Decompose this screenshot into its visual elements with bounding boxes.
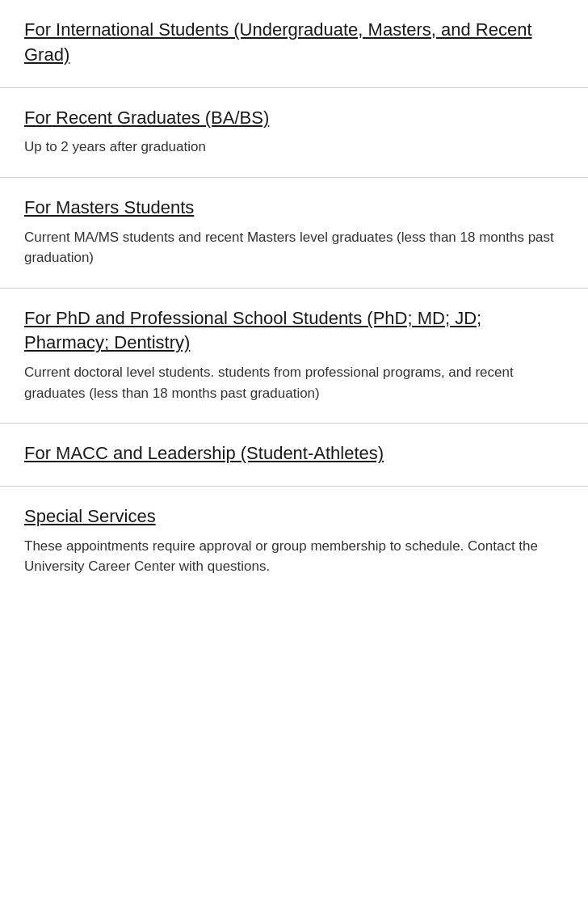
list-item-masters-students: For Masters StudentsCurrent MA/MS studen…	[0, 178, 588, 289]
item-title-phd-professional[interactable]: For PhD and Professional School Students…	[24, 308, 481, 353]
list-item-special-services: Special ServicesThese appointments requi…	[0, 487, 588, 597]
list-item-international-students: For International Students (Undergraduat…	[0, 0, 588, 88]
item-description-masters-students: Current MA/MS students and recent Master…	[24, 227, 564, 268]
list-item-macc-leadership: For MACC and Leadership (Student-Athlete…	[0, 424, 588, 487]
item-title-macc-leadership[interactable]: For MACC and Leadership (Student-Athlete…	[24, 443, 384, 463]
item-description-recent-graduates: Up to 2 years after graduation	[24, 137, 564, 158]
services-list: For International Students (Undergraduat…	[0, 0, 588, 597]
item-description-special-services: These appointments require approval or g…	[24, 536, 564, 577]
item-title-international-students[interactable]: For International Students (Undergraduat…	[24, 19, 532, 65]
item-title-masters-students[interactable]: For Masters Students	[24, 197, 194, 217]
list-item-recent-graduates: For Recent Graduates (BA/BS)Up to 2 year…	[0, 88, 588, 178]
item-title-special-services[interactable]: Special Services	[24, 506, 156, 526]
list-item-phd-professional: For PhD and Professional School Students…	[0, 289, 588, 424]
item-description-phd-professional: Current doctoral level students. student…	[24, 362, 564, 403]
item-title-recent-graduates[interactable]: For Recent Graduates (BA/BS)	[24, 108, 269, 128]
